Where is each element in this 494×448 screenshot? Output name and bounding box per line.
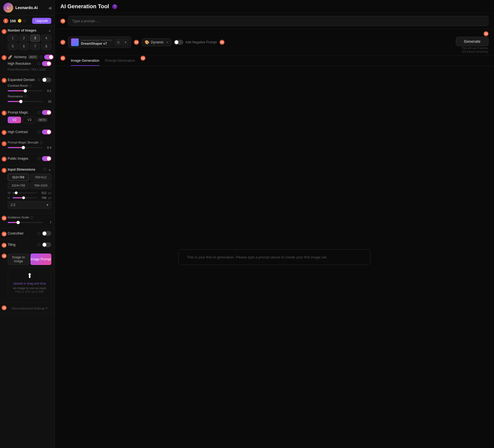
section-high-contrast: 6 High Contrast ⓘ <box>0 127 55 139</box>
model-copy-icon[interactable]: ⧉ <box>115 39 122 45</box>
controlnet-info[interactable]: ⓘ <box>37 232 40 236</box>
prompt-magic-label: Prompt Magic <box>8 111 36 114</box>
step-badge-7: 7 <box>2 141 7 146</box>
contrast-boost-value: 0.5 <box>45 89 51 92</box>
high-contrast-info[interactable]: ⓘ <box>37 130 40 134</box>
pm-strength-info[interactable]: ⓘ <box>40 141 43 145</box>
public-images-row: Public Images ⓘ <box>8 156 51 161</box>
tiling-row: Tiling ⓘ <box>8 242 51 247</box>
generate-button[interactable]: Generate <box>456 37 489 46</box>
public-images-label: Public Images <box>8 157 36 160</box>
resonance-slider-row: 15 <box>8 100 51 103</box>
w-thumb[interactable] <box>15 191 18 194</box>
style-name: Dynamic <box>151 40 164 44</box>
dim-btn-768-1024[interactable]: 768×1024 <box>30 182 52 189</box>
neg-prompt-area: Add Negative Prompt <box>174 40 217 45</box>
alchemy-info-icon[interactable]: ⓘ <box>40 55 43 59</box>
advanced-settings-label: Show Advanced Settings <box>12 307 45 310</box>
w-slider-row: W 512 px <box>8 191 51 195</box>
contrast-boost-thumb[interactable] <box>24 89 27 92</box>
guidance-scale-info[interactable]: ⓘ <box>30 216 33 220</box>
h-thumb[interactable] <box>22 196 25 199</box>
alchemy-beta-badge: BETA <box>28 55 38 59</box>
pm-v3-btn[interactable]: V3 <box>23 117 36 123</box>
neg-prompt-label: Add Negative Prompt <box>186 40 217 44</box>
step-badge-6: 6 <box>2 130 7 135</box>
neg-prompt-toggle[interactable] <box>174 40 183 45</box>
num-btn-7[interactable]: 7 <box>30 43 40 50</box>
model-selector[interactable]: Finetuned Model ✦640×832 DreamShaper v7 … <box>68 36 131 48</box>
bottom-tabs: Image to Image Image Prompt <box>8 253 51 265</box>
public-images-info[interactable]: ⓘ <box>37 157 40 161</box>
tab-image-generation[interactable]: Image Generation <box>71 56 99 66</box>
logo-text: Leonardo.Ai <box>15 5 38 10</box>
empty-state-text: This is your first AI generation. Please… <box>187 255 327 259</box>
dim-btn-768-512[interactable]: 768×512 <box>30 174 52 181</box>
step-badge-15: 15 <box>2 305 7 310</box>
resonance-info[interactable]: ⓘ <box>24 95 27 99</box>
upload-link[interactable]: Upload or drag and drop <box>13 282 46 285</box>
advanced-settings-btn[interactable]: Show Advanced Settings ▾ <box>8 305 51 312</box>
token-count: 150 <box>10 19 16 23</box>
num-btn-4[interactable]: 4 <box>41 35 51 42</box>
high-resolution-info[interactable]: ⓘ <box>37 62 40 66</box>
controlnet-label: ControlNet <box>8 232 36 235</box>
upload-area[interactable]: ⬆ Upload or drag and drop an image to us… <box>8 267 51 298</box>
num-btn-5[interactable]: 5 <box>8 43 18 50</box>
expanded-domain-info[interactable]: ⓘ <box>37 78 40 82</box>
top-bar: AI Generation Tool ? <box>55 0 494 13</box>
guidance-scale-thumb[interactable] <box>16 221 20 224</box>
h-slider-row: H 768 px <box>8 196 51 199</box>
aspect-ratio-dropdown[interactable]: 2:3 ▾ <box>8 201 51 209</box>
num-btn-8[interactable]: 8 <box>41 43 51 50</box>
resonance-track <box>8 101 43 102</box>
section-advanced: 15 Show Advanced Settings ▾ <box>0 303 55 314</box>
pm-strength-thumb[interactable] <box>22 146 25 149</box>
alchemy-icon: 🚀 <box>8 55 12 59</box>
image-to-image-tab[interactable]: Image to Image <box>8 253 29 265</box>
public-images-toggle[interactable] <box>42 156 51 161</box>
high-contrast-toggle[interactable] <box>42 129 51 134</box>
num-btn-6[interactable]: 6 <box>19 43 29 50</box>
step-badge-20: 20 <box>484 31 489 36</box>
section-guidance-scale: 11 Guidance Scale ⓘ 7 <box>0 213 55 229</box>
tiling-info[interactable]: ⓘ <box>37 243 40 247</box>
high-resolution-toggle[interactable] <box>42 61 51 66</box>
dim-btn-1024-768[interactable]: 1024×768 <box>8 182 29 189</box>
help-icon[interactable]: ? <box>112 4 117 9</box>
prompt-input[interactable] <box>68 16 489 26</box>
sidebar-collapse-icon[interactable]: ◀ <box>48 5 51 10</box>
aspect-ratio-chevron: ▾ <box>47 203 48 207</box>
alchemy-toggle[interactable] <box>44 55 54 60</box>
token-icon: 🪙 <box>18 19 22 23</box>
expanded-domain-toggle[interactable] <box>42 77 51 82</box>
model-dropdown-icon[interactable]: ▾ <box>123 39 128 45</box>
pm-v2-btn[interactable]: V2 <box>8 117 21 123</box>
tiling-toggle[interactable] <box>42 242 51 247</box>
num-btn-1[interactable]: 1 <box>8 35 18 42</box>
prompt-magic-toggle[interactable] <box>42 110 51 115</box>
step-badge-9: 9 <box>2 168 7 173</box>
num-btn-2[interactable]: 2 <box>19 35 29 42</box>
step-badge-13: 13 <box>2 243 7 248</box>
num-images-chevron[interactable]: ▲ <box>48 29 51 32</box>
input-dimensions-chevron[interactable]: ▲ <box>48 168 51 171</box>
resonance-thumb[interactable] <box>19 100 23 103</box>
sidebar-header: L Leonardo.Ai ◀ <box>0 0 55 16</box>
step-badge-17: 17 <box>60 40 65 45</box>
prompt-magic-info[interactable]: ⓘ <box>37 111 40 115</box>
tab-prompt-generation[interactable]: Prompt Generation <box>105 56 135 66</box>
guidance-scale-label: Guidance Scale <box>8 216 29 219</box>
contrast-boost-info[interactable]: ⓘ <box>29 84 32 88</box>
upgrade-button[interactable]: Upgrade <box>32 18 51 24</box>
dim-btn-512-768[interactable]: 512×768 <box>8 174 29 181</box>
num-btn-3[interactable]: 3 <box>30 35 40 42</box>
model-bar: 17 Finetuned Model ✦640×832 DreamShaper … <box>55 29 494 56</box>
style-selector[interactable]: 🎨 Dynamic ▾ <box>142 38 171 46</box>
image-prompt-tab[interactable]: Image Prompt <box>30 253 52 265</box>
num-images-title: Number of Images <box>8 29 46 32</box>
controlnet-toggle[interactable] <box>42 231 51 236</box>
input-dimensions-info[interactable]: ⓘ <box>43 167 46 171</box>
token-info-icon[interactable]: ⓘ <box>23 19 26 23</box>
section-tiling: 13 Tiling ⓘ <box>0 240 55 251</box>
